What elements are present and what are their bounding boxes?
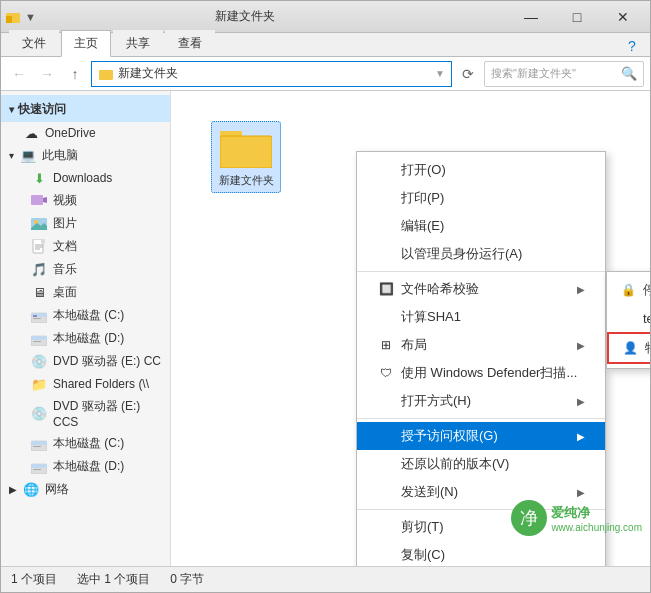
folder-item[interactable]: 新建文件夹 (211, 121, 281, 193)
address-dropdown-arrow[interactable]: ▼ (435, 68, 445, 79)
submenu: 🔒 停止共享 test 👤 特定用户... (606, 271, 650, 369)
maximize-button[interactable]: □ (554, 1, 600, 33)
grant-icon (377, 427, 395, 445)
sidebar-item-shared[interactable]: 📁 Shared Folders (\\ (1, 373, 170, 395)
sidebar-item-pictures[interactable]: 图片 (1, 212, 170, 235)
sidebar-item-dvd-e[interactable]: 💿 DVD 驱动器 (E:) CC (1, 350, 170, 373)
sidebar: ▾ 快速访问 ☁ OneDrive ▾ 💻 此电脑 ⬇ Downloads (1, 91, 171, 566)
watermark-brand: 爱纯净 (551, 504, 642, 522)
sidebar-item-thispc[interactable]: ▾ 💻 此电脑 (1, 144, 170, 167)
menu-item-grant-access[interactable]: 授予访问权限(G) ▶ (357, 422, 605, 450)
chevron-right-network-icon: ▶ (9, 484, 17, 495)
layout-icon: ⊞ (377, 336, 395, 354)
menu-item-open[interactable]: 打开(O) (357, 156, 605, 184)
submenu-item-test[interactable]: test (607, 304, 650, 332)
sidebar-item-quick-access[interactable]: ▾ 快速访问 (1, 95, 170, 122)
sidebar-item-documents[interactable]: 文档 (1, 235, 170, 258)
computer-icon: 💻 (20, 148, 36, 164)
menu-item-edit[interactable]: 编辑(E) (357, 212, 605, 240)
menu-item-copy[interactable]: 复制(C) (357, 541, 605, 566)
menu-item-layout[interactable]: ⊞ 布局 ▶ (357, 331, 605, 359)
watermark: 净 爱纯净 www.aichunjing.com (511, 500, 642, 536)
tab-home[interactable]: 主页 (61, 30, 111, 57)
sidebar-item-label: Downloads (53, 171, 112, 185)
address-breadcrumb[interactable]: 新建文件夹 ▼ (91, 61, 452, 87)
svg-rect-3 (99, 70, 105, 73)
status-bar: 1 个项目 选中 1 个项目 0 字节 (1, 566, 650, 592)
svg-rect-26 (31, 464, 47, 468)
sidebar-item-network[interactable]: ▶ 🌐 网络 (1, 478, 170, 501)
svg-rect-20 (31, 336, 47, 340)
sidebar-item-label: 本地磁盘 (D:) (53, 458, 124, 475)
ribbon-tabs: 文件 主页 共享 查看 ? (1, 33, 650, 57)
sidebar-item-label: 本地磁盘 (C:) (53, 307, 124, 324)
sidebar-item-desktop[interactable]: 🖥 桌面 (1, 281, 170, 304)
back-button[interactable]: ← (7, 62, 31, 86)
tab-view[interactable]: 查看 (165, 30, 215, 56)
svg-rect-21 (33, 341, 41, 342)
folder-icon-large (220, 126, 272, 171)
hash-icon: 🔲 (377, 280, 395, 298)
search-box[interactable]: 搜索"新建文件夹" 🔍 (484, 61, 644, 87)
forward-button[interactable]: → (35, 62, 59, 86)
drive-d2-icon (31, 459, 47, 475)
sidebar-item-d-drive[interactable]: 本地磁盘 (D:) (1, 327, 170, 350)
submenu-arrow-hash: ▶ (577, 284, 585, 295)
watermark-logo: 净 (511, 500, 547, 536)
submenu-arrow-layout: ▶ (577, 340, 585, 351)
sidebar-item-dvd-e2[interactable]: 💿 DVD 驱动器 (E:) CCS (1, 395, 170, 432)
sidebar-item-onedrive[interactable]: ☁ OneDrive (1, 122, 170, 144)
menu-item-print[interactable]: 打印(P) (357, 184, 605, 212)
sidebar-item-label: 此电脑 (42, 147, 78, 164)
breadcrumb-folder-icon (98, 66, 114, 82)
menu-item-sha1[interactable]: 计算SHA1 (357, 303, 605, 331)
minimize-button[interactable]: — (508, 1, 554, 33)
menu-item-defender[interactable]: 🛡 使用 Windows Defender扫描... (357, 359, 605, 387)
up-button[interactable]: ↑ (63, 62, 87, 86)
menu-separator-1 (357, 271, 605, 272)
test-icon (619, 309, 637, 327)
sidebar-item-label: 桌面 (53, 284, 77, 301)
menu-item-runas[interactable]: 以管理员身份运行(A) (357, 240, 605, 268)
refresh-button[interactable]: ⟳ (456, 62, 480, 86)
music-icon: 🎵 (31, 262, 47, 278)
sendto-icon (377, 483, 395, 501)
sidebar-item-label: 本地磁盘 (C:) (53, 435, 124, 452)
cut-icon (377, 518, 395, 536)
address-bar: ← → ↑ 新建文件夹 ▼ ⟳ 搜索"新建文件夹" 🔍 (1, 57, 650, 91)
sidebar-item-label: 网络 (45, 481, 69, 498)
watermark-text-block: 爱纯净 www.aichunjing.com (551, 504, 642, 533)
sidebar-item-label: DVD 驱动器 (E:) CCS (53, 398, 162, 429)
svg-rect-24 (33, 446, 41, 447)
sidebar-item-c-drive[interactable]: 本地磁盘 (C:) (1, 304, 170, 327)
edit-icon (377, 217, 395, 235)
help-button[interactable]: ? (622, 36, 642, 56)
folder-label: 新建文件夹 (219, 173, 274, 188)
sidebar-item-d-drive-2[interactable]: 本地磁盘 (D:) (1, 455, 170, 478)
status-item-count: 1 个项目 (11, 571, 57, 588)
menu-item-restore[interactable]: 还原以前的版本(V) (357, 450, 605, 478)
submenu-item-stop-sharing[interactable]: 🔒 停止共享 (607, 276, 650, 304)
tab-file[interactable]: 文件 (9, 30, 59, 56)
search-icon: 🔍 (621, 66, 637, 81)
window-controls: — □ ✕ (508, 1, 646, 33)
menu-item-hash[interactable]: 🔲 文件哈希校验 ▶ (357, 275, 605, 303)
sidebar-item-downloads[interactable]: ⬇ Downloads (1, 167, 170, 189)
close-button[interactable]: ✕ (600, 1, 646, 33)
sidebar-item-c-drive-2[interactable]: 本地磁盘 (C:) (1, 432, 170, 455)
tab-share[interactable]: 共享 (113, 30, 163, 56)
window: ▼ 新建文件夹 — □ ✕ 文件 主页 共享 查看 ? ← → ↑ (0, 0, 651, 593)
sidebar-item-label: DVD 驱动器 (E:) CC (53, 353, 161, 370)
submenu-arrow-sendto: ▶ (577, 487, 585, 498)
sidebar-item-videos[interactable]: 视频 (1, 189, 170, 212)
onedrive-icon: ☁ (23, 125, 39, 141)
copy-icon (377, 546, 395, 564)
svg-rect-11 (41, 239, 45, 243)
svg-rect-4 (31, 195, 43, 205)
submenu-item-specific-user[interactable]: 👤 特定用户... (607, 332, 650, 364)
menu-item-openWith[interactable]: 打开方式(H) ▶ (357, 387, 605, 415)
user-icon: 👤 (621, 339, 639, 357)
sidebar-item-label: Shared Folders (\\ (53, 377, 149, 391)
chevron-down-icon: ▾ (9, 104, 14, 115)
sidebar-item-music[interactable]: 🎵 音乐 (1, 258, 170, 281)
